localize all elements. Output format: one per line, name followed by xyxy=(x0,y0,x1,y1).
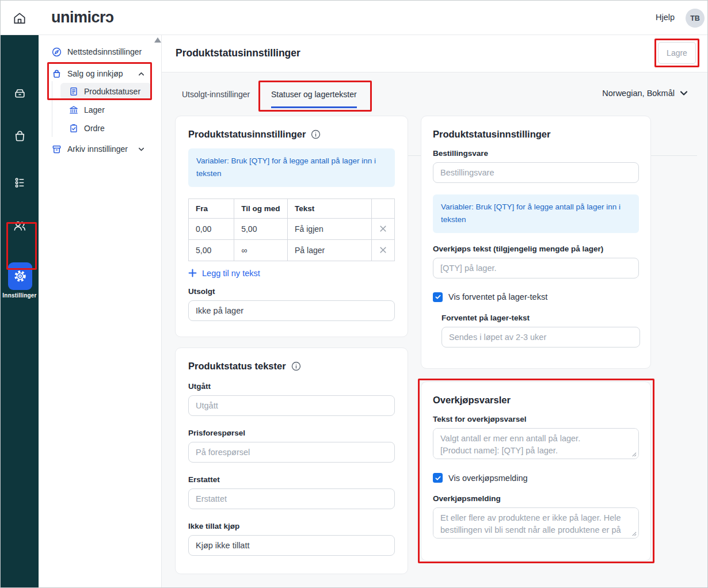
utsolgt-input[interactable] xyxy=(188,300,395,321)
status-ranges-table: Fra Til og med Tekst 0,00 5,00 Få igjen xyxy=(188,198,395,261)
utgatt-input[interactable] xyxy=(188,395,395,416)
varsel-textarea[interactable] xyxy=(433,428,639,459)
info-icon[interactable] xyxy=(291,361,301,371)
prisforesporsel-input[interactable] xyxy=(188,442,395,463)
compass-icon xyxy=(51,47,62,58)
overkjops-tekst-label: Overkjøps tekst (tilgjengelig mengde på … xyxy=(433,245,639,253)
vis-overkjopsmelding-checkbox-row[interactable]: Vis overkjøpsmelding xyxy=(433,473,639,483)
variables-hint: Variabler: Bruk [QTY] for å legge antall… xyxy=(433,194,639,233)
rail-item-users[interactable] xyxy=(1,213,39,239)
tab-utsolgt-innstillinger[interactable]: Utsolgt-innstillinger xyxy=(182,90,250,106)
utgatt-label: Utgått xyxy=(188,382,395,391)
sidebar-item-produktstatuser[interactable]: Produktstatuser xyxy=(60,83,151,100)
plus-icon xyxy=(188,269,197,277)
settings-label: Innstillinger xyxy=(1,292,39,299)
card-produktstatusinnstillinger-right: Produktstatusinnstillinger Bestillingsva… xyxy=(421,116,651,369)
chevron-down-icon xyxy=(138,146,145,153)
content-header: Produktstatusinnstillinger Lagre xyxy=(162,35,708,72)
primary-sidebar: Innstillinger xyxy=(1,35,39,588)
ikke-tillat-kjop-label: Ikke tillat kjøp xyxy=(188,522,395,530)
page-title: Produktstatusinnstillinger xyxy=(176,47,300,59)
document-list-icon xyxy=(68,86,79,97)
scroll-up-icon[interactable] xyxy=(154,37,161,43)
tab-bar: Utsolgt-innstillinger Statuser og lagert… xyxy=(162,84,708,107)
home-icon xyxy=(12,11,31,26)
info-icon[interactable] xyxy=(311,129,321,139)
main-content: Produktstatusinnstillinger Lagre Utsolgt… xyxy=(162,35,708,588)
varsel-label: Tekst for overkjøpsvarsel xyxy=(433,415,639,423)
card-title: Produktstatus tekster xyxy=(188,361,286,372)
cell-fra[interactable]: 5,00 xyxy=(189,239,234,261)
card-title: Produktstatusinnstillinger xyxy=(433,129,550,140)
vis-forventet-checkbox-row[interactable]: Vis forventet på lager-tekst xyxy=(433,292,639,302)
bestillingsvare-input[interactable] xyxy=(433,162,639,183)
home-button[interactable] xyxy=(12,9,31,28)
utsolgt-label: Utsolgt xyxy=(188,287,395,296)
user-avatar[interactable]: TB xyxy=(686,9,705,28)
bestillingsvare-label: Bestillingsvare xyxy=(433,149,639,158)
top-bar: unimicrɔ Hjelp TB xyxy=(1,1,708,35)
delete-row-button[interactable] xyxy=(379,246,387,254)
card-overkjopsvarsler: Overkjøpsvarsler Tekst for overkjøpsvars… xyxy=(421,381,651,561)
language-selector[interactable]: Norwegian, Bokmål xyxy=(602,89,688,98)
table-row: 5,00 ∞ På lager xyxy=(189,239,395,261)
tab-statuser-og-lagertekster[interactable]: Statuser og lagertekster xyxy=(271,90,357,108)
close-icon xyxy=(379,224,387,233)
unimicro-logo: unimicrɔ xyxy=(51,1,114,35)
shopping-bag-icon xyxy=(51,68,62,79)
help-link[interactable]: Hjelp xyxy=(656,13,675,22)
rail-item-archive-drawer[interactable] xyxy=(1,80,39,105)
bulleted-list-icon xyxy=(12,175,28,190)
rail-item-sales[interactable] xyxy=(1,123,39,148)
cell-tekst[interactable]: Få igjen xyxy=(288,218,372,239)
card-title: Overkjøpsvarsler xyxy=(433,395,511,406)
forventet-label: Forventet på lager-tekst xyxy=(441,314,639,322)
archive-box-icon xyxy=(51,144,62,155)
cell-til[interactable]: 5,00 xyxy=(234,218,288,239)
variables-hint: Variabler: Bruk [QTY] for å legge antall… xyxy=(188,148,395,187)
overkjops-tekst-input[interactable] xyxy=(433,258,639,278)
close-icon xyxy=(379,246,387,254)
sidebar-item-ordre[interactable]: Ordre xyxy=(39,120,161,136)
save-button[interactable]: Lagre xyxy=(658,42,696,64)
erstattet-label: Erstattet xyxy=(188,475,395,484)
sidebar-item-lager[interactable]: Lager xyxy=(39,101,161,118)
clipboard-check-icon xyxy=(68,123,79,133)
sidebar-item-salg-og-innkjop[interactable]: Salg og innkjøp xyxy=(39,65,161,82)
shopping-bag-icon xyxy=(12,128,28,144)
sidebar-item-nettstedsinnstillinger[interactable]: Nettstedsinnstillinger xyxy=(39,43,161,60)
prisforesporsel-label: Prisforespørsel xyxy=(188,429,395,437)
table-row: 0,00 5,00 Få igjen xyxy=(189,218,395,239)
cell-fra[interactable]: 0,00 xyxy=(189,218,234,239)
checkbox-label: Vis overkjøpsmelding xyxy=(448,474,528,483)
rail-item-settings[interactable] xyxy=(8,262,32,290)
rail-item-lists[interactable] xyxy=(1,170,39,195)
column-header-til-og-med: Til og med xyxy=(234,198,288,218)
delete-row-button[interactable] xyxy=(379,224,387,233)
settings-sidebar: Nettstedsinnstillinger Salg og innkjøp xyxy=(39,35,162,588)
forventet-input[interactable] xyxy=(441,327,640,348)
cell-til-infinity[interactable]: ∞ xyxy=(234,239,288,261)
checkbox-checked-icon[interactable] xyxy=(433,292,443,302)
column-header-tekst: Tekst xyxy=(288,198,372,218)
ikke-tillat-kjop-input[interactable] xyxy=(188,535,395,556)
warehouse-icon xyxy=(68,105,79,115)
people-icon xyxy=(12,218,28,234)
chevron-up-icon xyxy=(138,70,145,78)
gear-icon xyxy=(13,269,27,283)
checkbox-checked-icon[interactable] xyxy=(433,473,443,483)
erstattet-input[interactable] xyxy=(188,488,395,509)
card-produktstatus-tekster: Produktstatus tekster Utgått Prisforespø… xyxy=(175,348,408,574)
card-title: Produktstatusinnstillinger xyxy=(188,129,306,140)
overkjopsmelding-textarea[interactable] xyxy=(433,507,639,539)
add-new-text-button[interactable]: Legg til ny tekst xyxy=(188,269,260,278)
sidebar-item-arkiv-innstillinger[interactable]: Arkiv innstillinger xyxy=(39,140,161,158)
card-produktstatusinnstillinger-ranges: Produktstatusinnstillinger Variabler: Br… xyxy=(175,116,408,337)
cell-tekst[interactable]: På lager xyxy=(288,239,372,261)
overkjopsmelding-label: Overkjøpsmelding xyxy=(433,494,639,503)
chevron-down-icon xyxy=(679,89,688,98)
column-header-fra: Fra xyxy=(189,198,234,218)
column-header-actions xyxy=(371,198,394,218)
drawer-icon xyxy=(12,85,28,101)
checkbox-label: Vis forventet på lager-tekst xyxy=(448,292,547,301)
